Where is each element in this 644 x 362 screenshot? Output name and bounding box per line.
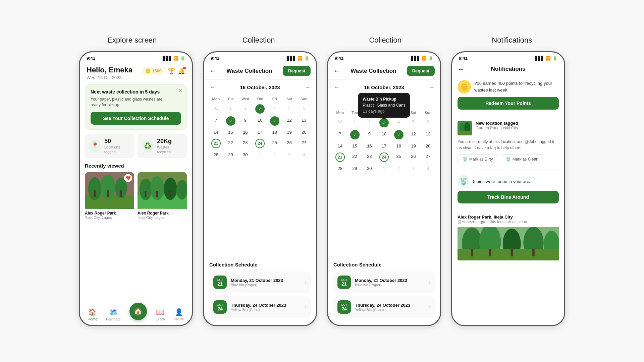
cal2-day-6[interactable]: 6 [421, 117, 435, 128]
cal2-prev-button[interactable]: ← [333, 84, 339, 91]
photo-card-2[interactable]: Alex Roger Park Ikeja City, Lagos [138, 172, 187, 220]
cal-day-19[interactable]: 19 [283, 128, 296, 137]
cal-day-9[interactable]: 9 [238, 116, 252, 126]
cal-day-26[interactable]: 26 [283, 138, 296, 149]
nav-home[interactable]: 🏠 Home [88, 308, 97, 321]
cal2-day-1b[interactable]: 1 [377, 164, 391, 173]
cal-day-4[interactable]: 4 [268, 104, 281, 114]
cal2-day-3b[interactable]: 3 [407, 164, 420, 173]
cal2-day-4[interactable]: 4 [392, 117, 406, 128]
col2-schedule-item-2[interactable]: OCT 24 Thursday, 24 October 2023 Yellow … [333, 296, 435, 318]
cal-day-27[interactable]: 27 [297, 138, 311, 149]
nav-center-button[interactable]: 🏠 [129, 303, 147, 320]
cal2-day-15[interactable]: 15 [348, 141, 362, 150]
nav-navigate[interactable]: 🗺️ Navigate [106, 308, 120, 321]
col1-back-button[interactable]: ← [209, 67, 216, 75]
cal-day-3b[interactable]: 3 [283, 150, 296, 159]
cal-day-12[interactable]: 12 [283, 116, 296, 126]
cal-day-2[interactable]: 2 [238, 104, 252, 114]
schedule-item-2[interactable]: OCT 24 Thursday, 24 October 2023 Yellow … [209, 296, 311, 318]
cal-day-14[interactable]: 14 [209, 128, 223, 137]
cal2-day-30[interactable]: 30 [363, 164, 376, 173]
cal-day-2b[interactable]: 2 [268, 150, 281, 159]
cal-day-17[interactable]: 17 [253, 128, 267, 137]
cal-day-21-outline[interactable]: 21 [209, 138, 223, 149]
photo-image-1: ❤️ [85, 172, 134, 209]
cal2-day-24-outline[interactable]: 24 [377, 152, 391, 163]
cal2-day-23[interactable]: 23 [363, 152, 376, 163]
cal2-day-22[interactable]: 22 [348, 152, 362, 163]
schedule-item-1[interactable]: OCT 21 Monday, 21 October 2023 Blue bin … [209, 272, 311, 293]
cal2-day-11-green[interactable]: ✓ [392, 129, 406, 140]
cal2-day-31a[interactable]: 31 [333, 117, 347, 128]
cal-day-30[interactable]: 30 [238, 150, 252, 159]
cal-day-10[interactable]: 10 [253, 116, 267, 126]
mark-dirty-button[interactable]: 🗑️ Mark as Dirty [458, 154, 498, 164]
cal2-day-17[interactable]: 17 [377, 141, 391, 150]
cal-day-23[interactable]: 23 [238, 138, 252, 149]
col2-back-button[interactable]: ← [333, 67, 340, 75]
favorite-icon[interactable]: ❤️ [124, 174, 132, 182]
cal1-prev-button[interactable]: ← [209, 84, 215, 91]
cal2-day-21-outline[interactable]: 21 [333, 152, 347, 163]
cal2-day-2[interactable]: 2 [363, 117, 376, 128]
cal-day-1[interactable]: 1 [224, 104, 237, 114]
collection-schedule-button[interactable]: See Your Collection Schedule [91, 112, 181, 125]
cal2-day-5[interactable]: 5 [407, 117, 420, 128]
cal2-next-button[interactable]: → [429, 84, 435, 91]
cal-day-1b[interactable]: 1 [253, 150, 267, 159]
cal-day-20[interactable]: 20 [297, 128, 311, 137]
cal2-day-10[interactable]: 10 [377, 129, 391, 140]
cal-day-18[interactable]: 18 [268, 128, 281, 137]
bell-icon[interactable]: 🔔 [178, 67, 185, 75]
cal2-day-7[interactable]: 7 [333, 129, 347, 140]
cal-day-11-green[interactable]: ✓ [268, 116, 281, 126]
cal-day-24-outline[interactable]: 24 [253, 138, 267, 149]
cal2-day-1[interactable]: 1 [348, 117, 362, 128]
cal-day-22[interactable]: 22 [224, 138, 237, 149]
col2-schedule-item-1[interactable]: OCT 21 Monday, 21 October 2023 Blue bin … [333, 272, 435, 293]
cal2-day-29[interactable]: 29 [348, 164, 362, 173]
col2-header: ← Waste Collection Request [328, 62, 440, 80]
cal-day-7[interactable]: 7 [209, 116, 223, 126]
notif-back-button[interactable]: ← [458, 65, 464, 73]
cal-day-6[interactable]: 6 [297, 104, 311, 114]
photo-card-1[interactable]: ❤️ Alex Roger Park Ikeja City, Lagos [85, 172, 134, 220]
cal2-day-18[interactable]: 18 [392, 141, 406, 150]
track-bins-button[interactable]: Track Bins Around [458, 191, 559, 203]
cal-day-8-green[interactable]: ✓ [224, 116, 237, 126]
cal2-day-20[interactable]: 20 [421, 141, 435, 150]
cal2-day-13[interactable]: 13 [421, 129, 435, 140]
cal-day-25[interactable]: 25 [268, 138, 281, 149]
cal2-day-16-today[interactable]: 16 [363, 141, 376, 150]
close-button[interactable]: ✕ [178, 88, 182, 93]
redeem-points-button[interactable]: Redeem Your Points [458, 97, 559, 110]
svg-rect-29 [489, 249, 491, 256]
cal-day-31a[interactable]: 31 [209, 104, 223, 114]
cal2-day-9[interactable]: 9 [363, 129, 376, 140]
cal-day-28[interactable]: 28 [209, 150, 223, 159]
cal2-day-14[interactable]: 14 [333, 141, 347, 150]
cal2-day-12[interactable]: 12 [407, 129, 420, 140]
col1-request-button[interactable]: Request [283, 66, 311, 76]
cal2-day-2b[interactable]: 2 [392, 164, 406, 173]
cal2-day-25[interactable]: 25 [392, 152, 406, 163]
cal-day-13[interactable]: 13 [297, 116, 311, 126]
cal2-day-19[interactable]: 19 [407, 141, 420, 150]
cal-day-3-green[interactable]: ✓ [253, 104, 267, 114]
cal2-day-4b[interactable]: 4 [421, 164, 435, 173]
cal-day-15[interactable]: 15 [224, 128, 237, 137]
cal2-day-28[interactable]: 28 [333, 164, 347, 173]
nav-learn[interactable]: 📖 Learn [156, 308, 165, 321]
cal2-day-8-green[interactable]: ✓ [348, 129, 362, 140]
mark-clean-button[interactable]: 🗑️ Mark as Clean [501, 154, 543, 164]
cal-day-5[interactable]: 5 [283, 104, 296, 114]
cal-day-4b[interactable]: 4 [297, 150, 311, 159]
cal-day-16-today[interactable]: 16 [238, 128, 252, 137]
cal1-next-button[interactable]: → [305, 84, 311, 91]
col2-request-button[interactable]: Request [407, 66, 435, 76]
cal2-day-26[interactable]: 26 [407, 152, 420, 163]
cal2-day-27[interactable]: 27 [421, 152, 435, 163]
cal-day-29[interactable]: 29 [224, 150, 237, 159]
nav-profile[interactable]: 👤 Profile [174, 308, 184, 321]
